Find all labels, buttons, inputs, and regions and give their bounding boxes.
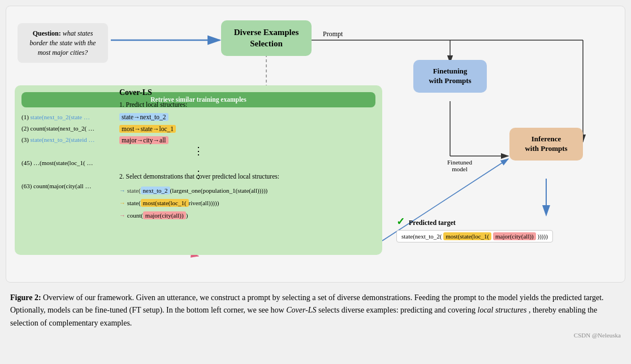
csdn-label: CSDN @Neleuska	[6, 332, 625, 341]
predict-item-1: state→next_to_2	[119, 111, 187, 123]
caption-italic2: local structures	[478, 306, 527, 314]
checkmark-icon: ✓	[396, 216, 405, 227]
dots-1: ⋮	[21, 145, 375, 158]
caption-text2: selects diverse examples: predicting and…	[318, 306, 477, 314]
retrieve-item-2: (2) count(state(next_to_2( …	[21, 123, 375, 135]
caption-italic1: Cover-LS	[286, 306, 316, 314]
diverse-line2: Selection	[250, 39, 283, 48]
predicted-label: ✓ Predicted target	[396, 215, 553, 228]
green-area: Retrieve similar training examples (1) s…	[15, 85, 382, 255]
question-box: Question: what states border the state w…	[18, 23, 108, 63]
predict-item-3: major→city→all	[119, 135, 187, 146]
select-item-1: → state(next_to_2(largest_one(population…	[119, 184, 279, 197]
retrieve-item-45: (45) …(most(state(loc_1( …	[21, 158, 375, 169]
select-item-2: → state(most(state(loc_1(river(all)))))	[119, 197, 279, 209]
predicted-target-label: Predicted target	[409, 219, 456, 227]
predicted-formula: state(next_to_2( most(state(loc_1( major…	[396, 230, 553, 242]
retrieve-item-1: (1) state(next_to_2(state …	[21, 112, 375, 123]
finetuning-box: Finetuning with Prompts	[413, 60, 487, 93]
diagram-area: Question: what states border the state w…	[6, 6, 625, 283]
predict-section: 1. Predict local structures: state→next_…	[119, 101, 187, 146]
predict-title: 1. Predict local structures:	[119, 101, 187, 108]
finetuned-model-label: Finetunedmodel	[447, 159, 472, 172]
select-section: 2. Select demonstrations that cover pred…	[119, 173, 279, 222]
finetuning-line2: with Prompts	[429, 76, 471, 85]
select-items: → state(next_to_2(largest_one(population…	[119, 184, 279, 222]
inference-line2: with Prompts	[525, 144, 567, 153]
finetuning-line1: Finetuning	[433, 67, 468, 75]
diverse-line1: Diverse Examples	[234, 28, 299, 37]
predict-item-2: most→state→loc_1	[119, 123, 187, 135]
predicted-target-section: ✓ Predicted target state(next_to_2( most…	[396, 215, 553, 242]
inference-box: Inference with Prompts	[509, 128, 583, 161]
caption: Figure 2: Overview of our framework. Giv…	[6, 283, 625, 332]
prompt-label: Prompt	[323, 30, 343, 38]
select-item-3: → count(major(city(all)))	[119, 209, 279, 222]
page-container: Question: what states border the state w…	[0, 0, 631, 346]
figure-label: Figure 2:	[10, 293, 41, 302]
select-title: 2. Select demonstrations that cover pred…	[119, 173, 279, 180]
predict-items: state→next_to_2 most→state→loc_1 major→c…	[119, 111, 187, 146]
inference-line1: Inference	[531, 135, 561, 143]
coverls-title: Cover-LS	[119, 88, 152, 97]
question-label: Question:	[33, 29, 61, 37]
diverse-examples-box: Diverse Examples Selection	[221, 20, 312, 56]
retrieve-item-3: (3) state(next_to_2(stateid …	[21, 135, 375, 146]
retrieve-title: Retrieve similar training examples	[21, 92, 375, 107]
